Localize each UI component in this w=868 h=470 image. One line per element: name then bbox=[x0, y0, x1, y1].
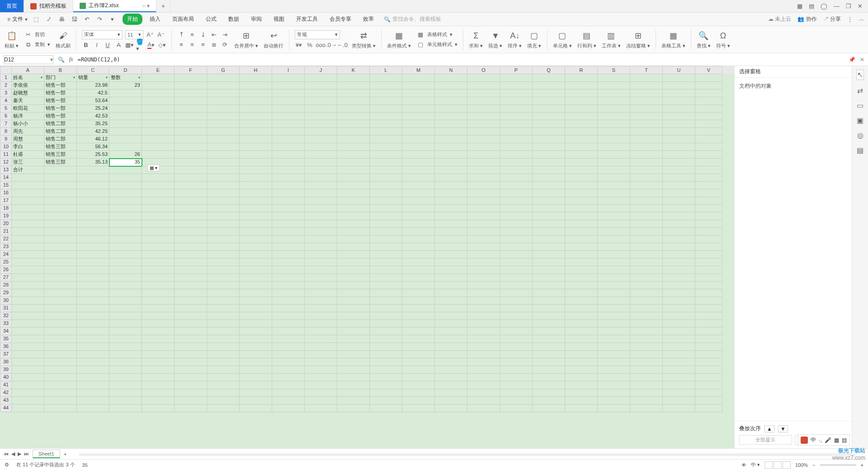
cell-P44[interactable] bbox=[500, 404, 533, 412]
cell-H14[interactable] bbox=[240, 174, 272, 182]
cell-R13[interactable] bbox=[565, 166, 598, 174]
cell-J40[interactable] bbox=[305, 374, 337, 381]
cell-P20[interactable] bbox=[500, 220, 533, 228]
select-tool-icon[interactable]: ↖ bbox=[856, 70, 864, 80]
cell-N38[interactable] bbox=[435, 358, 467, 366]
cell-S20[interactable] bbox=[598, 220, 630, 228]
dec-inc-icon[interactable]: .0→ bbox=[327, 41, 335, 49]
cell-J34[interactable] bbox=[305, 328, 337, 335]
cell-N31[interactable] bbox=[435, 305, 467, 312]
row-hdr-11[interactable]: 11 bbox=[0, 151, 12, 159]
cell-V38[interactable] bbox=[695, 358, 722, 366]
cell-G23[interactable] bbox=[207, 243, 240, 251]
cell-M36[interactable] bbox=[402, 343, 435, 351]
cell-T43[interactable] bbox=[630, 397, 663, 404]
cell-B19[interactable] bbox=[44, 212, 77, 220]
cell-O40[interactable] bbox=[467, 374, 500, 381]
cell-N17[interactable] bbox=[435, 197, 467, 205]
cell-H5[interactable] bbox=[240, 105, 272, 113]
ime-bar[interactable]: 中·,🎤▦▤ bbox=[797, 434, 850, 446]
cell-J29[interactable] bbox=[305, 289, 337, 297]
cell-D38[interactable] bbox=[109, 358, 142, 366]
cell-M33[interactable] bbox=[402, 320, 435, 328]
row-hdr-33[interactable]: 33 bbox=[0, 320, 12, 328]
cell-Q27[interactable] bbox=[533, 274, 565, 282]
cell-L26[interactable] bbox=[370, 266, 402, 274]
cell-Q32[interactable] bbox=[533, 312, 565, 320]
cell-J43[interactable] bbox=[305, 397, 337, 404]
cell-D37[interactable] bbox=[109, 351, 142, 358]
row-hdr-34[interactable]: 34 bbox=[0, 328, 12, 335]
cell-E17[interactable] bbox=[142, 197, 175, 205]
cell-A6[interactable]: 杨洋 bbox=[12, 113, 44, 120]
cell-J9[interactable] bbox=[305, 136, 337, 143]
cell-T41[interactable] bbox=[630, 381, 663, 389]
cell-N41[interactable] bbox=[435, 381, 467, 389]
cell-K30[interactable] bbox=[337, 297, 370, 305]
cell-B27[interactable] bbox=[44, 274, 77, 282]
cell-C18[interactable] bbox=[77, 205, 109, 212]
cell-R34[interactable] bbox=[565, 328, 598, 335]
cell-E33[interactable] bbox=[142, 320, 175, 328]
cell-S36[interactable] bbox=[598, 343, 630, 351]
row-hdr-21[interactable]: 21 bbox=[0, 228, 12, 235]
cell-R6[interactable] bbox=[565, 113, 598, 120]
cell-V24[interactable] bbox=[695, 251, 722, 258]
cell-J7[interactable] bbox=[305, 120, 337, 128]
cell-T17[interactable] bbox=[630, 197, 663, 205]
tool-4-icon[interactable]: ▣ bbox=[857, 116, 863, 125]
cell-P3[interactable] bbox=[500, 89, 533, 97]
cell-O27[interactable] bbox=[467, 274, 500, 282]
cell-H24[interactable] bbox=[240, 251, 272, 258]
cell-E37[interactable] bbox=[142, 351, 175, 358]
lang-icon[interactable]: 中 ▾ bbox=[751, 461, 760, 468]
cell-I43[interactable] bbox=[272, 397, 305, 404]
cell-P28[interactable] bbox=[500, 282, 533, 289]
cell-L6[interactable] bbox=[370, 113, 402, 120]
cell-N6[interactable] bbox=[435, 113, 467, 120]
cell-L32[interactable] bbox=[370, 312, 402, 320]
col-hdr-L[interactable]: L bbox=[370, 66, 402, 74]
paste-button[interactable]: 📋粘贴 ▾ bbox=[5, 30, 19, 49]
cell-B12[interactable]: 销售三部 bbox=[44, 159, 77, 166]
cell-N1[interactable] bbox=[435, 74, 467, 82]
cell-R12[interactable] bbox=[565, 159, 598, 166]
cell-Q5[interactable] bbox=[533, 105, 565, 113]
cell-H1[interactable] bbox=[240, 74, 272, 82]
cell-Q19[interactable] bbox=[533, 212, 565, 220]
cell-J23[interactable] bbox=[305, 243, 337, 251]
cell-H32[interactable] bbox=[240, 312, 272, 320]
cell-V8[interactable] bbox=[695, 128, 722, 136]
cell-C12[interactable]: 35.13 bbox=[77, 159, 109, 166]
cell-U16[interactable] bbox=[663, 189, 695, 197]
cell-F37[interactable] bbox=[175, 351, 207, 358]
cell-A5[interactable]: 欧阳花 bbox=[12, 105, 44, 113]
cell-C42[interactable] bbox=[77, 389, 109, 397]
cell-A20[interactable] bbox=[12, 220, 44, 228]
cell-D18[interactable] bbox=[109, 205, 142, 212]
cell-U37[interactable] bbox=[663, 351, 695, 358]
cell-L22[interactable] bbox=[370, 235, 402, 243]
cell-G29[interactable] bbox=[207, 289, 240, 297]
cell-R25[interactable] bbox=[565, 258, 598, 266]
cell-O3[interactable] bbox=[467, 89, 500, 97]
cell-I34[interactable] bbox=[272, 328, 305, 335]
cell-I18[interactable] bbox=[272, 205, 305, 212]
cell-R18[interactable] bbox=[565, 205, 598, 212]
cell-F16[interactable] bbox=[175, 189, 207, 197]
cell-R16[interactable] bbox=[565, 189, 598, 197]
cell-B21[interactable] bbox=[44, 228, 77, 235]
cell-Q12[interactable] bbox=[533, 159, 565, 166]
cell-H23[interactable] bbox=[240, 243, 272, 251]
cell-B25[interactable] bbox=[44, 258, 77, 266]
cell-I15[interactable] bbox=[272, 182, 305, 189]
cell-P17[interactable] bbox=[500, 197, 533, 205]
cell-I3[interactable] bbox=[272, 89, 305, 97]
cell-E35[interactable] bbox=[142, 335, 175, 343]
row-hdr-9[interactable]: 9 bbox=[0, 136, 12, 143]
cell-H28[interactable] bbox=[240, 282, 272, 289]
cell-G25[interactable] bbox=[207, 258, 240, 266]
menu-tab-3[interactable]: 公式 bbox=[201, 14, 221, 25]
cell-G42[interactable] bbox=[207, 389, 240, 397]
cell-H15[interactable] bbox=[240, 182, 272, 189]
